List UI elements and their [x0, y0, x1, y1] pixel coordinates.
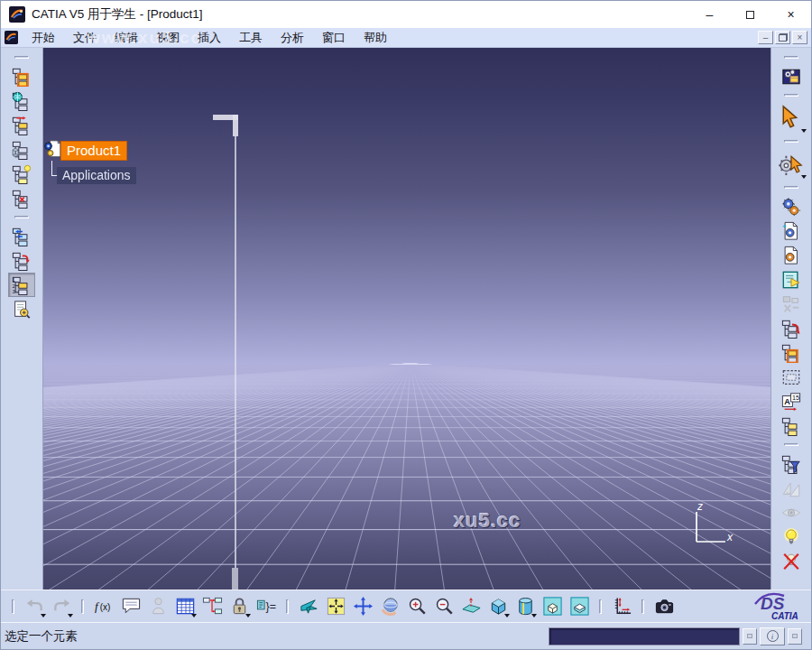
menu-item-4[interactable]: 插入 — [189, 29, 230, 47]
hide-show-eye-icon — [781, 503, 801, 523]
tree-node-applications[interactable]: Applications — [57, 167, 136, 184]
dropdown-arrow-icon[interactable] — [245, 614, 251, 618]
dropdown-arrow-icon[interactable] — [41, 614, 46, 618]
existing-component-button[interactable] — [8, 88, 35, 113]
toolbar-grip[interactable] — [286, 599, 289, 614]
tree-node-product1[interactable]: Product1 — [60, 141, 127, 161]
maximize-button[interactable] — [730, 1, 770, 28]
measure-button[interactable] — [778, 476, 805, 500]
rule-button[interactable]: }= — [254, 594, 279, 619]
select-button[interactable] — [775, 102, 807, 135]
dropdown-arrow-icon[interactable] — [68, 614, 73, 618]
info-icon: i — [767, 630, 779, 642]
knowledge-lock-button[interactable] — [145, 594, 171, 619]
selective-load-button[interactable] — [8, 224, 35, 248]
smart-pick-button[interactable] — [775, 148, 807, 181]
toolbar-grip[interactable] — [641, 599, 644, 614]
zoom-out-button[interactable] — [431, 594, 457, 619]
hide-show-button[interactable] — [778, 525, 805, 549]
info-button[interactable]: i — [760, 627, 785, 645]
new-component-button[interactable] — [778, 340, 805, 365]
close-button[interactable]: × — [770, 1, 811, 28]
document-app-icon[interactable] — [5, 31, 18, 44]
menu-item-7[interactable]: 窗口 — [313, 29, 355, 47]
menu-item-6[interactable]: 分析 — [272, 29, 313, 47]
fit-all-in-button[interactable] — [323, 594, 348, 619]
selection-trap-button[interactable] — [778, 365, 805, 389]
toolbar-grip[interactable] — [784, 186, 798, 189]
fast-multi-instantiation-button[interactable] — [8, 297, 35, 321]
grid-button[interactable] — [609, 594, 634, 619]
redo-button[interactable] — [49, 594, 74, 619]
shading-button[interactable] — [540, 594, 565, 619]
manage-representations-button[interactable] — [8, 248, 35, 273]
generate-numbering-button[interactable] — [8, 186, 35, 210]
swap-visible-space-button[interactable] — [778, 549, 805, 573]
graph-tree-reordering-button[interactable] — [8, 162, 35, 186]
toolbar-grip[interactable] — [599, 599, 602, 614]
dropdown-arrow-icon[interactable] — [504, 614, 510, 618]
relations-button[interactable] — [199, 594, 225, 619]
toolbar-grip[interactable] — [784, 56, 798, 59]
dropdown-arrow-icon[interactable] — [801, 129, 807, 133]
component-button[interactable] — [8, 64, 35, 88]
instances-tree-button[interactable] — [778, 413, 805, 438]
menu-item-3[interactable]: 视图 — [147, 29, 189, 47]
open-catalog-button[interactable] — [778, 267, 805, 292]
knowledge-document-blue-button[interactable] — [778, 218, 805, 243]
normal-view-button[interactable] — [458, 594, 484, 619]
minimize-button[interactable]: – — [689, 1, 730, 28]
mdi-minimize-button[interactable]: – — [758, 31, 773, 44]
toolbar-grip[interactable] — [784, 94, 798, 97]
dropdown-arrow-icon[interactable] — [191, 614, 197, 618]
measure-icon — [781, 478, 801, 498]
mdi-close-button[interactable]: × — [792, 31, 807, 44]
zoom-in-button[interactable] — [404, 594, 429, 619]
update-button[interactable] — [778, 316, 805, 340]
menu-item-5[interactable]: 工具 — [230, 29, 272, 47]
named-views-button[interactable] — [512, 594, 538, 619]
status-mini-button-1[interactable] — [743, 628, 757, 645]
menu-item-2[interactable]: 编辑 — [106, 29, 147, 47]
status-mini-button-2[interactable] — [788, 628, 802, 645]
knowledge-document-orange-button[interactable] — [778, 243, 805, 267]
menu-item-8[interactable]: 帮助 — [355, 29, 396, 47]
product-structure-workbench-button[interactable] — [778, 64, 805, 88]
toolbar-grip[interactable] — [81, 599, 84, 614]
mdi-restore-button[interactable] — [775, 31, 790, 44]
undo-button[interactable] — [22, 594, 47, 619]
lock-button[interactable] — [226, 594, 252, 619]
dropdown-arrow-icon[interactable] — [801, 175, 807, 179]
dropdown-arrow-icon[interactable] — [531, 614, 537, 618]
viewport-3d[interactable]: Product1 Applications xu5.cc z x — [43, 48, 770, 590]
comments-icon — [121, 596, 142, 617]
toolbar-grip[interactable] — [14, 56, 29, 59]
toolbar-grip[interactable] — [784, 140, 798, 143]
toolbar-grip[interactable] — [14, 216, 29, 218]
paste-special-button[interactable] — [778, 292, 805, 316]
power-input-field[interactable] — [549, 627, 740, 645]
design-table-button[interactable] — [172, 594, 198, 619]
shading-with-edges-button[interactable] — [567, 594, 592, 619]
toolbar-grip[interactable] — [12, 599, 14, 614]
rotate-button[interactable] — [377, 594, 402, 619]
existing-component-with-positioning-button[interactable] — [8, 113, 35, 137]
replace-component-button[interactable] — [8, 137, 35, 162]
toolbar-grip[interactable] — [784, 443, 798, 446]
multi-instantiation-button[interactable]: 123 — [8, 273, 35, 297]
tree-filter-button[interactable] — [778, 451, 805, 476]
hide-show-eye-button[interactable] — [778, 500, 805, 525]
fly-mode-button[interactable] — [296, 594, 321, 619]
screen-capture-button[interactable] — [651, 594, 677, 619]
menu-item-1[interactable]: 文件 — [64, 29, 106, 47]
knowledge-gears-button[interactable] — [778, 194, 805, 218]
menu-item-0[interactable]: 开始 — [23, 29, 64, 47]
generate-ids-button[interactable]: A15 — [778, 389, 805, 413]
formula-button[interactable]: f(x) — [91, 594, 116, 619]
isometric-view-button[interactable] — [485, 594, 511, 619]
comments-button[interactable] — [118, 594, 143, 619]
tree-anchor-line[interactable] — [235, 136, 236, 568]
tree-anchor-bar-arm[interactable] — [233, 115, 238, 136]
tree-anchor-cap[interactable] — [232, 568, 238, 590]
pan-button[interactable] — [350, 594, 375, 619]
